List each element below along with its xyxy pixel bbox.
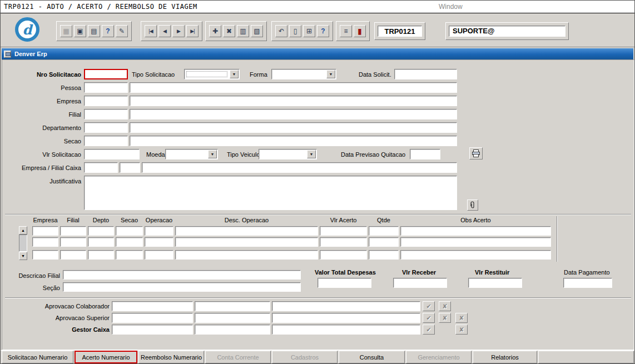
gestor-approve-button[interactable]: ✔ xyxy=(423,325,435,335)
data-solicit-input[interactable] xyxy=(394,69,457,79)
grid-cell-filial[interactable] xyxy=(60,237,86,247)
previous-record-icon[interactable]: ◀ xyxy=(158,25,171,37)
filial-caixa-input[interactable] xyxy=(120,162,140,173)
tab-consulta[interactable]: Consulta xyxy=(339,351,405,363)
grid-cell-desc-operacao[interactable] xyxy=(175,226,318,236)
paste-icon[interactable]: ▯ xyxy=(289,25,301,37)
print-report-button[interactable] xyxy=(469,147,483,159)
enter-query-icon[interactable]: ▥ xyxy=(237,25,249,37)
data-previsao-input[interactable] xyxy=(410,149,440,159)
help-icon[interactable]: ? xyxy=(317,25,329,37)
colaborador-nome-input[interactable] xyxy=(272,301,420,311)
tab-solicitacao-numerario[interactable]: Solicitacao Numerario xyxy=(2,351,73,363)
tab-reembolso-numerario[interactable]: Reembolso Numerario xyxy=(138,351,204,363)
colaborador-data-input[interactable] xyxy=(112,301,193,311)
delete-record-icon[interactable]: ✖ xyxy=(223,25,235,37)
tab-acerto-numerario[interactable]: Acerto Numerario xyxy=(75,351,137,363)
grid-cell-desc-operacao[interactable] xyxy=(175,237,318,247)
vlr-solicitacao-input[interactable] xyxy=(84,149,140,159)
gestor-data-input[interactable] xyxy=(112,325,193,335)
pessoa-code-input[interactable] xyxy=(84,82,128,93)
menu-window[interactable]: Window xyxy=(439,3,463,11)
descricao-filial-input[interactable] xyxy=(63,270,301,280)
secao-code-input[interactable] xyxy=(84,136,128,146)
menu-icon[interactable]: ≡ xyxy=(340,25,352,37)
grid-cell-operacao[interactable] xyxy=(145,250,173,260)
grid-cell-operacao[interactable] xyxy=(145,226,173,236)
grid-cell-empresa[interactable] xyxy=(32,250,58,260)
add-record-icon[interactable]: ✚ xyxy=(209,25,221,37)
window-icon[interactable]: ▣ xyxy=(74,25,86,37)
moeda-dropdown[interactable]: ▼ xyxy=(165,149,218,159)
grid-cell-secao[interactable] xyxy=(116,237,143,247)
undo-icon[interactable]: ↶ xyxy=(275,25,287,37)
user-field[interactable] xyxy=(449,26,565,37)
grid-cell-operacao[interactable] xyxy=(145,237,173,247)
superior-approve-button[interactable]: ✔ xyxy=(423,313,435,323)
colaborador-reject-button[interactable]: ✘ xyxy=(439,301,451,311)
superior-reject-button[interactable]: ✘ xyxy=(439,313,451,323)
colaborador-user-input[interactable] xyxy=(195,301,270,311)
forma-dropdown[interactable]: ▼ xyxy=(271,69,336,79)
gestor-nome-input[interactable] xyxy=(272,325,420,335)
chevron-down-icon[interactable]: ▼ xyxy=(307,150,316,158)
valor-total-despesas-input[interactable] xyxy=(318,278,371,288)
grid-cell-filial[interactable] xyxy=(60,250,86,260)
chevron-down-icon[interactable]: ▼ xyxy=(326,70,335,78)
secao-desc-input[interactable] xyxy=(130,136,457,146)
window-list-icon[interactable]: ⊞ xyxy=(303,25,315,37)
attachment-button[interactable] xyxy=(467,200,478,211)
superior-user-input[interactable] xyxy=(195,313,270,323)
filial-code-input[interactable] xyxy=(84,109,128,119)
departamento-code-input[interactable] xyxy=(84,122,128,133)
chevron-down-icon[interactable]: ▼ xyxy=(208,150,217,158)
nro-solicitacao-input[interactable] xyxy=(84,69,128,79)
execute-query-icon[interactable]: ▧ xyxy=(251,25,263,37)
wand-icon[interactable]: ✎ xyxy=(116,25,128,37)
vlr-restituir-input[interactable] xyxy=(468,278,522,288)
last-record-icon[interactable]: ▶| xyxy=(186,25,199,37)
grid-cell-empresa[interactable] xyxy=(32,237,58,247)
grid-cell-qtde[interactable] xyxy=(369,250,399,260)
grid-cell-obs-acerto[interactable] xyxy=(400,250,551,260)
next-record-icon[interactable]: ▶ xyxy=(172,25,185,37)
save-icon[interactable]: ▦ xyxy=(60,25,72,37)
tipo-solicitacao-dropdown[interactable]: ▼ xyxy=(184,69,240,79)
grid-cell-depto[interactable] xyxy=(88,226,114,236)
first-record-icon[interactable]: |◀ xyxy=(145,25,157,37)
grid-cell-empresa[interactable] xyxy=(32,226,58,236)
superior-cancel-button[interactable]: ✘ xyxy=(455,313,468,323)
grid-cell-depto[interactable] xyxy=(88,250,114,260)
secao-total-input[interactable] xyxy=(63,282,301,292)
grid-cell-obs-acerto[interactable] xyxy=(400,237,551,247)
gestor-cancel-button[interactable]: ✘ xyxy=(455,325,468,335)
filial-desc-input[interactable] xyxy=(130,109,457,119)
tipo-veiculo-dropdown[interactable]: ▼ xyxy=(259,149,317,159)
grid-cell-qtde[interactable] xyxy=(369,237,399,247)
empresa-code-input[interactable] xyxy=(84,96,128,106)
superior-data-input[interactable] xyxy=(112,313,193,323)
data-pagamento-input[interactable] xyxy=(563,278,612,288)
departamento-desc-input[interactable] xyxy=(130,122,457,133)
grid-cell-depto[interactable] xyxy=(88,237,114,247)
justificativa-textarea[interactable] xyxy=(84,176,457,210)
tab-relatorios[interactable]: Relatorios xyxy=(473,351,537,363)
chevron-down-icon[interactable]: ▼ xyxy=(230,70,239,78)
grid-cell-secao[interactable] xyxy=(116,226,143,236)
grid-cell-vlr-acerto[interactable] xyxy=(320,250,367,260)
gestor-user-input[interactable] xyxy=(195,325,270,335)
grid-cell-qtde[interactable] xyxy=(369,226,399,236)
exit-icon[interactable]: ▮ xyxy=(354,25,366,37)
vlr-receber-input[interactable] xyxy=(393,278,447,288)
help-edit-icon[interactable]: ? xyxy=(102,25,114,37)
empresa-desc-input[interactable] xyxy=(130,96,457,106)
grid-cell-vlr-acerto[interactable] xyxy=(320,226,367,236)
grid-cell-vlr-acerto[interactable] xyxy=(320,237,367,247)
print-icon[interactable]: ▤ xyxy=(88,25,100,37)
grid-cell-filial[interactable] xyxy=(60,226,86,236)
superior-nome-input[interactable] xyxy=(272,313,420,323)
grid-cell-obs-acerto[interactable] xyxy=(400,226,551,236)
pessoa-desc-input[interactable] xyxy=(130,82,457,93)
grid-cell-secao[interactable] xyxy=(116,250,143,260)
grid-cell-desc-operacao[interactable] xyxy=(175,250,318,260)
